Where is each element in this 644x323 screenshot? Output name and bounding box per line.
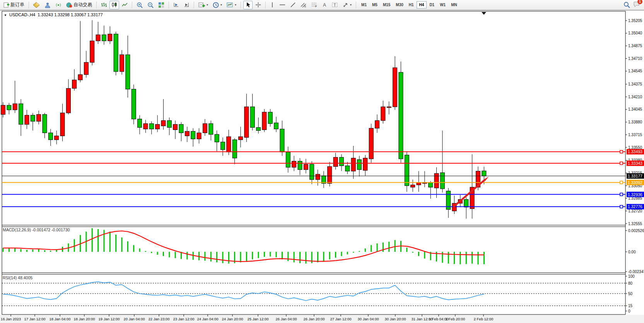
timeframe-w1[interactable]: W1	[437, 1, 448, 9]
chart-window[interactable]: ▼ USDCAD-,H4 1.33243 1.33298 1.33067 1.3…	[0, 10, 644, 323]
separator	[194, 2, 194, 9]
tile-windows-button[interactable]	[156, 1, 166, 9]
candle-body	[339, 157, 343, 166]
fibonacci-button[interactable]: F	[309, 1, 319, 9]
candle-body	[48, 133, 53, 140]
new-order-button[interactable]: 新订单	[2, 1, 26, 9]
candle-body	[232, 140, 237, 158]
cursor-button[interactable]	[243, 1, 253, 9]
timeframe-m15[interactable]: M15	[380, 1, 393, 9]
trendline-icon	[290, 2, 296, 8]
price-tick-label: 1.32720	[628, 209, 642, 213]
candle-body	[108, 34, 112, 41]
candle-body	[1, 105, 5, 115]
rsi-tick-label: 100	[628, 274, 635, 279]
time-axis-label: 24 Jan 20:00	[222, 317, 243, 321]
candle-body	[197, 133, 201, 139]
candle-body	[369, 128, 373, 159]
market-watch-button[interactable]	[31, 1, 42, 9]
time-axis-label: 1 Feb 20:00	[446, 317, 465, 321]
candlestick-chart-button[interactable]	[109, 1, 119, 9]
pivot-line-badge-label: 1.33092	[628, 180, 642, 185]
candle-body	[191, 131, 195, 139]
candle-body	[72, 80, 77, 89]
candle-body	[345, 166, 350, 171]
periods-button[interactable]: ▾	[211, 1, 224, 9]
candle-body	[60, 113, 65, 136]
time-axis-label: 18 Jan 04:00	[50, 317, 71, 321]
trendline-button[interactable]	[288, 1, 298, 9]
time-axis-label: 16 Jan 2023	[1, 317, 21, 321]
candle-body	[102, 35, 106, 41]
time-axis-label: 18 Jan 20:00	[74, 317, 95, 321]
notifications-button[interactable]: 1	[633, 1, 640, 9]
candle-body	[482, 171, 486, 176]
hline-icon	[279, 2, 285, 8]
candle-body	[161, 121, 166, 126]
search-icon[interactable]	[624, 2, 630, 8]
timeframe-h1[interactable]: H1	[406, 1, 417, 9]
notification-badge: 1	[637, 0, 642, 4]
templates-button[interactable]: ▾	[225, 1, 238, 9]
price-tick-label: 1.34875	[628, 44, 642, 48]
chevron-down-icon: ▾	[235, 3, 236, 7]
auto-trading-button[interactable]: 自动交易	[64, 1, 94, 9]
timeframe-m1[interactable]: M1	[359, 1, 369, 9]
candle-body	[179, 125, 183, 133]
vline-icon	[270, 2, 275, 8]
price-tick-label: 1.34710	[628, 56, 642, 61]
zoom-out-button[interactable]	[145, 1, 155, 9]
text-label-button[interactable]: T	[330, 1, 340, 9]
price-tick-label: 1.32555	[628, 222, 642, 226]
separator	[29, 2, 29, 9]
add-indicator-button[interactable]: ▾	[196, 1, 210, 9]
support-line-2-handle[interactable]	[620, 205, 623, 208]
bar-chart-button[interactable]	[99, 1, 109, 9]
navigator-button[interactable]	[43, 1, 53, 9]
timeframe-d1[interactable]: D1	[427, 1, 437, 9]
chevron-down-icon: ▾	[350, 3, 352, 7]
cursor-icon	[245, 2, 251, 8]
candle-body	[292, 161, 296, 167]
pivot-line-handle[interactable]	[620, 181, 623, 184]
chart-canvas[interactable]: 1.352051.350401.348751.347101.345451.343…	[0, 10, 644, 323]
resistance-line-1-handle[interactable]	[620, 150, 623, 153]
label-icon: T	[332, 2, 338, 8]
timeframe-mn[interactable]: MN	[448, 1, 460, 9]
equidistant-channel-button[interactable]: E	[299, 1, 309, 9]
timeframe-h4[interactable]: H4	[417, 1, 427, 9]
templates-icon	[227, 2, 233, 8]
candle-body	[120, 55, 124, 72]
candle-body	[37, 115, 41, 121]
timeframe-m30[interactable]: M30	[393, 1, 406, 9]
separator	[356, 2, 356, 9]
price-tick-label: 1.33550	[628, 145, 642, 150]
candle-body	[55, 136, 59, 140]
chart-title: ▼ USDCAD-,H4 1.33243 1.33298 1.33067 1.3…	[4, 12, 103, 17]
candle-body	[155, 125, 160, 129]
candle-body	[250, 107, 255, 127]
chart-line-icon	[122, 2, 128, 8]
vertical-line-button[interactable]	[268, 1, 277, 9]
resistance-line-1-badge-label: 1.33493	[628, 149, 642, 154]
chart-shift-button[interactable]	[171, 1, 181, 9]
line-chart-button[interactable]	[120, 1, 130, 9]
signals-button[interactable]	[53, 1, 63, 9]
timeframe-m5[interactable]: M5	[369, 1, 380, 9]
auto-scroll-button[interactable]	[182, 1, 191, 9]
candle-body	[84, 62, 88, 75]
price-tick-label: 1.34545	[628, 69, 642, 73]
text-button[interactable]: A	[320, 1, 329, 9]
price-tick-label: 1.34210	[628, 95, 642, 99]
resistance-line-2-handle[interactable]	[620, 162, 623, 164]
rsi-value: 48.4005	[18, 275, 32, 280]
zoom-in-button[interactable]	[135, 1, 145, 9]
auto-trading-label: 自动交易	[73, 2, 92, 8]
rsi-tick-label: 15	[628, 304, 633, 308]
crosshair-button[interactable]	[253, 1, 263, 9]
horizontal-line-button[interactable]	[277, 1, 287, 9]
macd-tick-label: 0.002526	[628, 229, 644, 233]
support-line-1-handle[interactable]	[620, 193, 623, 196]
time-axis-label: 30 Jan 04:00	[358, 317, 379, 321]
shapes-button[interactable]: ▾	[341, 1, 354, 9]
